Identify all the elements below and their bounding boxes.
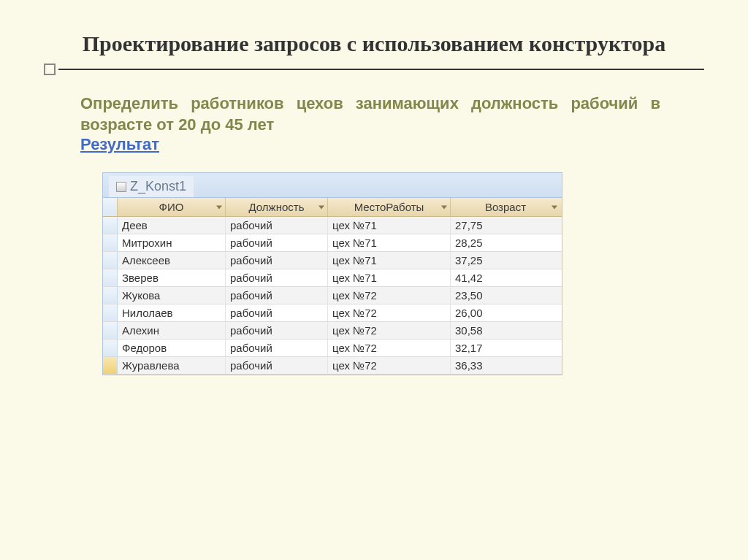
table-row[interactable]: Дееврабочийцех №7127,75 [103,217,562,234]
cell-pos[interactable]: рабочий [226,234,328,251]
divider-line [58,69,704,70]
cell-age[interactable]: 32,17 [451,340,560,356]
query-tab[interactable]: Z_Konst1 [109,176,194,197]
cell-age[interactable]: 26,00 [451,304,560,321]
query-icon [116,182,126,192]
column-label: ФИО [159,201,184,213]
row-selector[interactable] [103,217,118,234]
row-selector[interactable] [103,287,118,304]
cell-pos[interactable]: рабочий [226,322,328,339]
cell-age[interactable]: 23,50 [451,287,560,304]
cell-place[interactable]: цех №71 [328,217,451,234]
column-label: Должность [249,201,305,213]
table-body: Дееврабочийцех №7127,75Митрохинрабочийце… [103,217,562,375]
row-selector[interactable] [103,252,118,269]
cell-place[interactable]: цех №72 [328,287,451,304]
cell-place[interactable]: цех №72 [328,304,451,321]
cell-fio[interactable]: Алексеев [118,252,226,269]
cell-age[interactable]: 36,33 [451,357,560,374]
cell-place[interactable]: цех №71 [328,252,451,269]
title-divider [44,64,704,75]
column-label: Возраст [485,201,526,213]
row-selector[interactable] [103,322,118,339]
cell-fio[interactable]: Митрохин [118,234,226,251]
row-selector[interactable] [103,304,118,321]
row-selector-header[interactable] [103,198,118,216]
table-row[interactable]: Митрохинрабочийцех №7128,25 [103,234,562,252]
cell-place[interactable]: цех №71 [328,269,451,286]
cell-place[interactable]: цех №72 [328,340,451,356]
row-selector[interactable] [103,340,118,356]
cell-age[interactable]: 41,42 [451,269,560,286]
table-header-row: ФИО Должность МестоРаботы Возраст [103,198,562,217]
column-header-workplace[interactable]: МестоРаботы [328,198,451,216]
dropdown-arrow-icon[interactable] [552,205,557,209]
cell-fio[interactable]: Нилолаев [118,304,226,321]
cell-place[interactable]: цех №72 [328,322,451,339]
cell-pos[interactable]: рабочий [226,357,328,374]
cell-place[interactable]: цех №72 [328,357,451,374]
tab-label: Z_Konst1 [130,179,186,194]
cell-age[interactable]: 27,75 [451,217,560,234]
column-label: МестоРаботы [354,201,424,213]
row-selector[interactable] [103,357,118,374]
cell-fio[interactable]: Зверев [118,269,226,286]
dropdown-arrow-icon[interactable] [318,205,324,209]
column-header-fio[interactable]: ФИО [118,198,226,216]
cell-age[interactable]: 28,25 [451,234,560,251]
row-selector[interactable] [103,234,118,251]
cell-fio[interactable]: Федоров [118,340,226,356]
cell-pos[interactable]: рабочий [226,217,328,234]
dropdown-arrow-icon[interactable] [216,205,222,209]
cell-pos[interactable]: рабочий [226,304,328,321]
row-selector[interactable] [103,269,118,286]
table-row[interactable]: Федороврабочийцех №7232,17 [103,340,562,357]
cell-age[interactable]: 37,25 [451,252,560,269]
page-title: Проектирование запросов с использованием… [44,29,704,58]
cell-fio[interactable]: Алехин [118,322,226,339]
tab-bar: Z_Konst1 [103,173,562,198]
result-link[interactable]: Результат [80,135,159,154]
divider-square-icon [44,64,56,75]
table-row[interactable]: Алехинрабочийцех №7230,58 [103,322,562,340]
query-description: Определить работников цехов занимающих д… [80,93,660,135]
dropdown-arrow-icon[interactable] [441,205,447,209]
cell-pos[interactable]: рабочий [226,269,328,286]
table-row[interactable]: Журавлеварабочийцех №7236,33 [103,357,562,375]
table-row[interactable]: Звереврабочийцех №7141,42 [103,269,562,287]
table-row[interactable]: Нилолаеврабочийцех №7226,00 [103,304,562,322]
column-header-age[interactable]: Возраст [451,198,560,216]
table-row[interactable]: Алексееврабочийцех №7137,25 [103,252,562,269]
cell-age[interactable]: 30,58 [451,322,560,339]
query-result-table: Z_Konst1 ФИО Должность МестоРаботы Возра… [102,172,562,375]
cell-place[interactable]: цех №71 [328,234,451,251]
cell-fio[interactable]: Жукова [118,287,226,304]
column-header-position[interactable]: Должность [226,198,328,216]
cell-fio[interactable]: Журавлева [118,357,226,374]
cell-pos[interactable]: рабочий [226,252,328,269]
table-row[interactable]: Жуковарабочийцех №7223,50 [103,287,562,304]
cell-pos[interactable]: рабочий [226,287,328,304]
cell-pos[interactable]: рабочий [226,340,328,356]
cell-fio[interactable]: Деев [118,217,226,234]
